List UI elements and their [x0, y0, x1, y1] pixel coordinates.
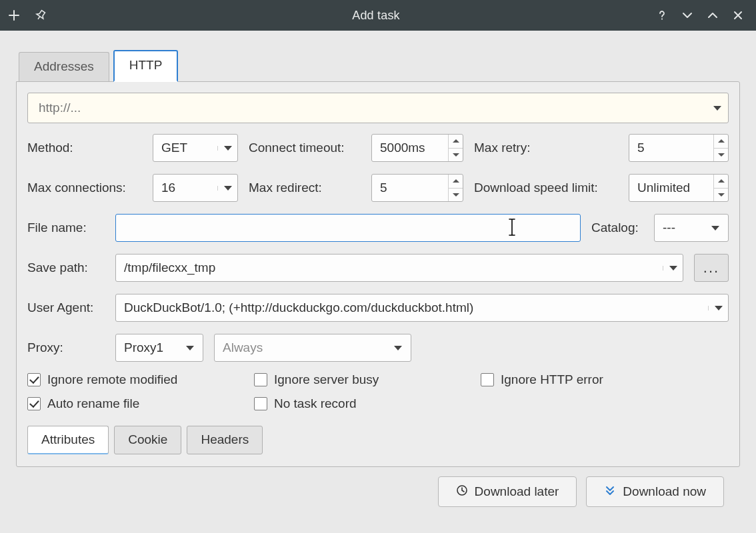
spin-up-icon[interactable]: [714, 135, 728, 149]
max-retry-label: Max retry:: [474, 141, 618, 155]
max-retry-spinner[interactable]: 5: [629, 134, 729, 162]
file-name-input[interactable]: [124, 220, 573, 236]
dialog-body: Addresses HTTP Method: GET Connect timeo…: [0, 31, 756, 516]
max-connections-select[interactable]: 16: [153, 174, 238, 202]
url-input[interactable]: [37, 100, 713, 116]
checks-row-1: Ignore remote modified Ignore server bus…: [27, 372, 729, 387]
method-select[interactable]: GET: [153, 134, 238, 162]
http-panel: Method: GET Connect timeout: 5000ms Max …: [16, 81, 740, 467]
window-title: Add task: [133, 9, 619, 23]
chevron-down-icon: [669, 266, 677, 270]
checkbox-icon[interactable]: [27, 373, 41, 386]
spin-down-icon[interactable]: [449, 149, 463, 162]
new-tab-icon[interactable]: [7, 8, 21, 23]
method-label: Method:: [27, 141, 142, 155]
check-no-task-record[interactable]: No task record: [254, 396, 461, 411]
max-redirect-spinner[interactable]: 5: [371, 174, 463, 202]
spin-up-icon[interactable]: [714, 175, 728, 189]
pin-icon[interactable]: [33, 8, 48, 23]
dl-speed-limit-label: Download speed limit:: [474, 181, 618, 195]
subtab-cookie[interactable]: Cookie: [114, 426, 181, 454]
spin-up-icon[interactable]: [449, 135, 463, 149]
chevron-down-icon: [224, 146, 232, 151]
row-filename: File name: Catalog: ---: [27, 213, 729, 243]
subtabs: Attributes Cookie Headers: [27, 426, 729, 454]
subtab-attributes[interactable]: Attributes: [27, 426, 109, 454]
save-path-label: Save path:: [27, 261, 105, 275]
tab-http[interactable]: HTTP: [113, 50, 179, 82]
chevron-down-icon[interactable]: [713, 106, 721, 111]
chevron-down-icon: [224, 186, 232, 191]
max-redirect-label: Max redirect:: [249, 181, 361, 195]
user-agent-combo[interactable]: DuckDuckBot/1.0; (+http://duckduckgo.com…: [115, 294, 729, 322]
check-ignore-http-error[interactable]: Ignore HTTP error: [481, 372, 687, 387]
file-name-input-wrap[interactable]: [115, 214, 581, 242]
maximize-icon[interactable]: [705, 8, 720, 23]
close-icon[interactable]: [731, 8, 745, 23]
save-path-combo[interactable]: /tmp/filecxx_tmp: [115, 254, 683, 282]
tab-addresses[interactable]: Addresses: [19, 52, 109, 82]
check-auto-rename-file[interactable]: Auto rename file: [27, 396, 234, 411]
proxy-select[interactable]: Proxy1: [115, 334, 203, 362]
double-chevron-down-icon: [604, 484, 616, 500]
catalog-select[interactable]: ---: [654, 214, 729, 242]
chevron-down-icon: [715, 306, 723, 310]
row-connections: Max connections: 16 Max redirect: 5 Down…: [27, 173, 729, 203]
minimize-icon[interactable]: [680, 8, 695, 23]
chevron-down-icon: [394, 346, 402, 350]
browse-button[interactable]: ...: [694, 254, 729, 282]
catalog-label: Catalog:: [591, 221, 643, 235]
url-combobox[interactable]: [27, 93, 729, 123]
connect-timeout-spinner[interactable]: 5000ms: [371, 134, 463, 162]
clock-icon: [456, 484, 468, 500]
proxy-label: Proxy:: [27, 340, 105, 355]
download-now-button[interactable]: Download now: [586, 476, 724, 507]
file-name-label: File name:: [27, 221, 105, 235]
checkbox-icon[interactable]: [481, 373, 494, 386]
row-method: Method: GET Connect timeout: 5000ms Max …: [27, 133, 729, 163]
connect-timeout-label: Connect timeout:: [249, 141, 361, 155]
spin-down-icon[interactable]: [714, 149, 728, 162]
proxy-mode-select[interactable]: Always: [214, 334, 411, 362]
checkbox-icon[interactable]: [27, 397, 41, 410]
spin-down-icon[interactable]: [449, 189, 463, 202]
row-useragent: User Agent: DuckDuckBot/1.0; (+http://du…: [27, 292, 729, 323]
help-icon[interactable]: [655, 8, 669, 23]
chevron-down-icon: [711, 226, 719, 231]
checks-row-2: Auto rename file No task record: [27, 396, 729, 411]
titlebar: Add task: [0, 0, 756, 31]
check-ignore-server-busy[interactable]: Ignore server busy: [254, 372, 461, 387]
checkbox-icon[interactable]: [254, 373, 267, 386]
spin-down-icon[interactable]: [714, 189, 728, 202]
checkbox-icon[interactable]: [254, 397, 267, 410]
row-proxy: Proxy: Proxy1 Always: [27, 332, 729, 363]
chevron-down-icon: [186, 346, 194, 350]
subtab-headers[interactable]: Headers: [187, 426, 263, 454]
max-connections-label: Max connections:: [27, 181, 142, 195]
spin-up-icon[interactable]: [449, 175, 463, 189]
check-ignore-remote-modified[interactable]: Ignore remote modified: [27, 372, 234, 387]
user-agent-label: User Agent:: [27, 300, 105, 315]
download-later-button[interactable]: Download later: [438, 476, 577, 507]
footer: Download later Download now: [16, 467, 740, 507]
dl-speed-limit-spinner[interactable]: Unlimited: [629, 174, 729, 202]
row-savepath: Save path: /tmp/filecxx_tmp ...: [27, 253, 729, 283]
svg-point-0: [661, 18, 663, 19]
